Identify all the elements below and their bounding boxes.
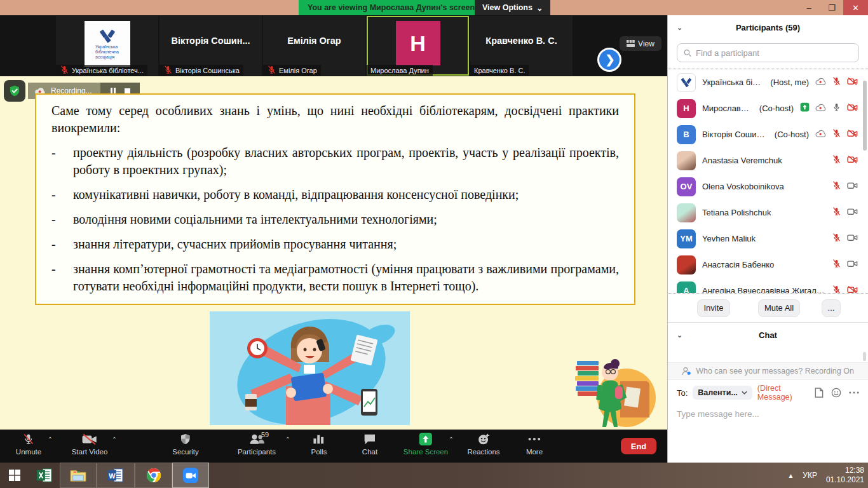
participant-row[interactable]: YM Yevhen Maliuk — [668, 226, 868, 252]
participant-row[interactable]: Українська біблі... (Host, me) — [668, 69, 868, 95]
windows-logo-icon — [9, 470, 20, 481]
chat-button[interactable]: Chat — [362, 432, 377, 456]
chat-privacy-notice: Who can see your messages? Recording On — [668, 362, 868, 380]
mic-muted-icon — [832, 207, 841, 219]
maximize-button[interactable]: ❐ — [820, 0, 843, 15]
video-thumbnail[interactable]: Вікторія Сошин... Вікторія Сошинська — [159, 16, 262, 76]
reactions-button[interactable]: Reactions — [467, 432, 499, 456]
chat-to-row: To: Валенти... (Direct Message) — [668, 380, 868, 405]
mute-all-button[interactable]: Mute All — [758, 299, 800, 317]
chevron-right-icon: ❯ — [605, 53, 614, 67]
bullet-dash: - — [51, 261, 73, 295]
invite-button[interactable]: Invite — [697, 299, 730, 317]
camera-icon — [847, 207, 858, 219]
participant-row[interactable]: H Мирослава ... (Co-host) — [668, 95, 868, 121]
video-thumbnail[interactable]: Емілія Огар Емілія Огар — [263, 16, 365, 76]
share-screen-label: Share Screen — [403, 448, 448, 456]
taskbar-clock[interactable]: 12:38 01.10.2021 — [826, 466, 864, 485]
participant-row[interactable]: OV Olena Voskoboinikova — [668, 173, 868, 200]
video-thumbnail[interactable]: Українськабібліотечнаасоціація Українськ… — [56, 16, 158, 76]
participant-name: Вікторія Сошинс... — [702, 130, 767, 139]
thumbnail-display-name: Кравченко В. С. — [470, 16, 573, 65]
participant-row[interactable]: Tetiana Polishchuk — [668, 200, 868, 226]
zoom-meeting-window: You are viewing Мирослава Дупин's screen… — [0, 0, 868, 488]
chat-message-area — [668, 347, 868, 362]
thumbnail-name-label: Кравченко В. С. — [470, 65, 529, 76]
end-meeting-button[interactable]: End — [621, 438, 656, 454]
start-button[interactable] — [0, 463, 29, 488]
close-button[interactable]: ✕ — [843, 0, 868, 15]
participants-button[interactable]: Participants 59 — [238, 432, 276, 456]
system-tray: ▲ УКР 12:38 01.10.2021 — [787, 463, 864, 488]
search-input[interactable] — [696, 48, 852, 58]
participants-scrollbar[interactable] — [863, 81, 867, 151]
next-videos-button[interactable]: ❯ — [597, 48, 621, 72]
participant-avatar — [677, 151, 696, 170]
share-options-chevron[interactable]: ⌃ — [449, 436, 454, 443]
share-screen-button[interactable]: Share Screen — [403, 432, 448, 456]
bullet-dash: - — [51, 186, 73, 203]
camera-off-icon — [847, 155, 858, 166]
titlebar: You are viewing Мирослава Дупин's screen… — [0, 0, 868, 15]
taskbar-file-explorer-button[interactable] — [60, 463, 97, 488]
bullet-dash: - — [51, 144, 73, 179]
polls-button[interactable]: Polls — [311, 432, 327, 456]
chat-section: ⌄ Chat Who can see your messages? Record… — [668, 322, 868, 423]
security-shield-badge[interactable] — [4, 80, 25, 102]
recipient-dropdown[interactable]: Валенти... — [693, 386, 752, 400]
participants-more-button[interactable]: ... — [822, 299, 841, 317]
taskbar-excel-button[interactable] — [29, 463, 60, 488]
mic-muted-icon — [832, 76, 841, 88]
more-button[interactable]: More — [526, 432, 543, 456]
participant-row[interactable]: Anastasia Veremchuk — [668, 147, 868, 173]
participants-label: Participants — [238, 448, 276, 456]
taskbar-chrome-button[interactable] — [135, 463, 172, 488]
chat-more-icon[interactable] — [849, 388, 859, 397]
collapse-chat-chevron[interactable]: ⌄ — [677, 331, 682, 339]
view-options-button[interactable]: View Options ⌄ — [475, 0, 550, 15]
video-options-chevron[interactable]: ⌃ — [112, 436, 117, 443]
start-video-button[interactable]: Start Video — [72, 432, 108, 456]
participants-options-chevron[interactable]: ⌃ — [285, 436, 290, 443]
security-button[interactable]: Security — [172, 432, 199, 456]
taskbar-word-button[interactable]: W — [97, 463, 135, 488]
mic-muted-icon — [832, 285, 841, 293]
participant-name: Olena Voskoboinikova — [702, 182, 784, 191]
unmute-options-chevron[interactable]: ⌃ — [48, 436, 53, 443]
search-icon — [684, 49, 691, 57]
taskbar-date: 01.10.2021 — [826, 475, 864, 485]
participant-row[interactable]: B Вікторія Сошинс... (Co-host) — [668, 121, 868, 147]
participant-row[interactable]: Анастасія Бабенко — [668, 252, 868, 278]
mic-muted-icon — [832, 154, 841, 166]
participant-search-box[interactable] — [677, 43, 859, 62]
video-thumbnail[interactable]: H Мирослава Дупин — [367, 16, 469, 76]
cloud-recording-icon — [815, 77, 826, 88]
view-layout-button[interactable]: View — [620, 36, 661, 51]
thumbnail-name-label: Вікторія Сошинська — [159, 65, 243, 76]
excel-icon — [37, 468, 52, 482]
participant-role: (Co-host) — [775, 130, 809, 139]
unmute-label: Unmute — [16, 448, 41, 456]
participant-name: Anastasia Veremchuk — [702, 156, 782, 165]
minimize-button[interactable]: – — [797, 0, 820, 15]
chat-input[interactable]: Type message here... — [668, 405, 868, 423]
reactions-label: Reactions — [467, 448, 499, 456]
unmute-button[interactable]: Unmute — [16, 432, 41, 456]
chat-scrollbar[interactable] — [863, 352, 866, 361]
emoji-icon[interactable] — [831, 388, 841, 398]
hidden-icons-arrow[interactable]: ▲ — [787, 472, 794, 479]
camera-off-icon — [847, 285, 858, 294]
taskbar-zoom-button[interactable] — [172, 463, 209, 488]
participant-row[interactable]: A Ангеліна Вячеславівна Жигалюк — [668, 278, 868, 293]
thumbnail-display-name: Вікторія Сошин... — [159, 16, 262, 65]
viewing-banner: You are viewing Мирослава Дупин's screen — [299, 0, 484, 15]
reactions-smiley-icon — [477, 432, 490, 446]
video-thumbnail[interactable]: Кравченко В. С. Кравченко В. С. — [470, 16, 573, 76]
direct-message-label: (Direct Message) — [757, 384, 810, 402]
start-video-label: Start Video — [72, 448, 108, 456]
language-indicator[interactable]: УКР — [803, 471, 817, 480]
file-attach-icon[interactable] — [815, 388, 824, 398]
participant-name: Анастасія Бабенко — [702, 260, 774, 269]
collapse-participants-chevron[interactable]: ⌄ — [677, 24, 682, 32]
shared-screen-slide: Recording... Саме тому серед особливих з… — [0, 76, 667, 430]
